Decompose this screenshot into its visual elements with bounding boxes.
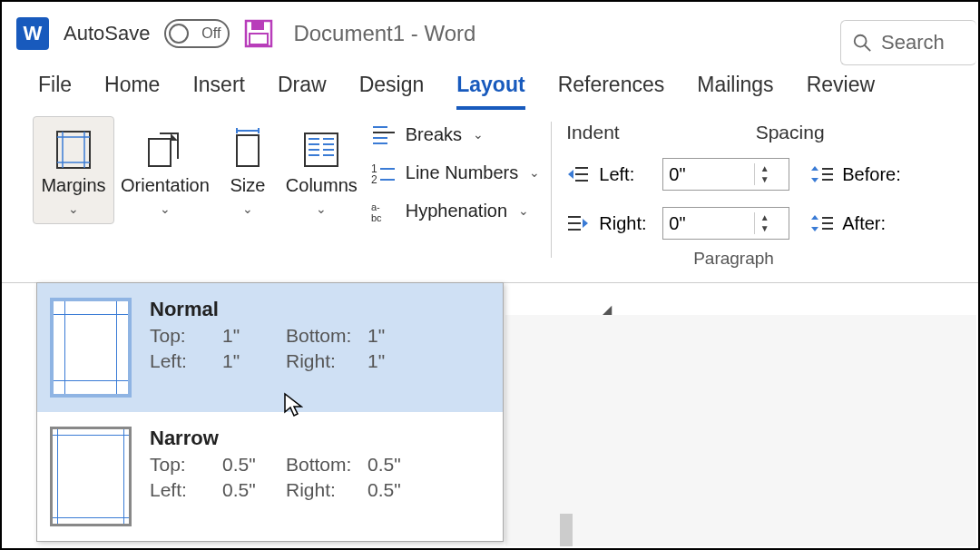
hyphenation-button[interactable]: a-bc Hyphenation ⌄ <box>371 200 541 221</box>
breaks-icon <box>371 123 397 145</box>
autosave-state: Off <box>201 25 220 42</box>
svg-text:bc: bc <box>371 212 382 221</box>
margins-icon <box>52 124 95 175</box>
save-icon[interactable] <box>244 19 273 48</box>
tab-file[interactable]: File <box>38 73 72 110</box>
margin-preset-normal-thumb <box>50 298 132 398</box>
spinner-up-icon[interactable]: ▲ <box>755 163 774 174</box>
margins-button[interactable]: Margins ⌄ <box>33 116 114 224</box>
spacing-after-icon <box>809 213 833 233</box>
tab-layout[interactable]: Layout <box>456 73 524 110</box>
chevron-down-icon: ⌄ <box>316 201 327 216</box>
margin-preset-normal[interactable]: Normal Top: 1" Bottom: 1" Left: 1" Right… <box>37 283 503 412</box>
top-label: Top: <box>150 325 222 347</box>
autosave-toggle[interactable]: Off <box>164 19 230 48</box>
columns-label: Columns <box>286 175 358 196</box>
spacing-after-label: After: <box>842 213 886 234</box>
tab-insert[interactable]: Insert <box>192 73 245 110</box>
word-app-icon: W <box>16 17 49 50</box>
svg-text:a-: a- <box>371 201 380 212</box>
paragraph-group: Indent Spacing Left: ▲▼ Before: Right: ▲… <box>559 116 907 277</box>
svg-line-4 <box>865 45 870 51</box>
spinner-down-icon[interactable]: ▼ <box>755 223 774 234</box>
tab-review[interactable]: Review <box>807 73 875 110</box>
columns-button[interactable]: Columns ⌄ <box>279 116 364 224</box>
document-area[interactable] <box>505 315 976 546</box>
spinner-up-icon[interactable]: ▲ <box>755 212 774 223</box>
paragraph-group-label: Paragraph <box>566 249 900 269</box>
chevron-down-icon: ⌄ <box>242 201 253 216</box>
chevron-down-icon: ⌄ <box>473 127 484 142</box>
search-box[interactable]: Search <box>840 20 976 65</box>
breaks-label: Breaks <box>406 124 462 145</box>
spacing-before-icon <box>809 164 833 184</box>
size-button[interactable]: Size ⌄ <box>216 116 279 224</box>
right-label: Right: <box>286 350 368 372</box>
top-value: 0.5" <box>222 454 286 476</box>
svg-rect-1 <box>251 21 264 30</box>
top-value: 1" <box>222 325 286 347</box>
toggle-knob <box>169 24 189 44</box>
breaks-button[interactable]: Breaks ⌄ <box>371 123 541 145</box>
svg-rect-2 <box>250 34 268 44</box>
line-numbers-label: Line Numbers <box>406 162 519 183</box>
preset-name: Narrow <box>150 427 490 450</box>
line-numbers-button[interactable]: 12 Line Numbers ⌄ <box>371 162 541 183</box>
spacing-before-label: Before: <box>842 164 900 185</box>
bottom-label: Bottom: <box>286 454 368 476</box>
svg-text:2: 2 <box>371 173 377 183</box>
svg-rect-11 <box>237 135 259 166</box>
indent-right-value[interactable] <box>663 211 754 236</box>
orientation-button[interactable]: Orientation ⌄ <box>114 116 216 224</box>
chevron-down-icon: ⌄ <box>529 165 540 180</box>
chevron-down-icon: ⌄ <box>160 201 171 216</box>
columns-icon <box>299 124 343 175</box>
chevron-down-icon: ⌄ <box>518 203 529 218</box>
line-numbers-icon: 12 <box>371 162 397 183</box>
tab-home[interactable]: Home <box>104 73 160 110</box>
autosave-label: AutoSave <box>64 22 150 45</box>
margins-label: Margins <box>41 175 105 196</box>
tab-mailings[interactable]: Mailings <box>697 73 773 110</box>
orientation-icon <box>143 124 187 175</box>
top-label: Top: <box>150 454 222 476</box>
search-placeholder: Search <box>881 31 945 54</box>
ribbon-tabs: File Home Insert Draw Design Layout Refe… <box>2 65 978 111</box>
indent-heading: Indent <box>566 122 619 143</box>
document-title: Document1 - Word <box>293 21 475 46</box>
group-divider <box>551 122 552 258</box>
search-icon <box>852 33 872 53</box>
indent-left-icon <box>566 164 590 184</box>
bottom-label: Bottom: <box>286 325 368 347</box>
svg-rect-10 <box>149 139 171 166</box>
right-label: Right: <box>286 479 368 501</box>
margins-dropdown: Normal Top: 1" Bottom: 1" Left: 1" Right… <box>36 282 504 542</box>
hyphenation-label: Hyphenation <box>406 201 507 221</box>
page-edge <box>560 514 573 546</box>
svg-point-3 <box>855 35 867 47</box>
spinner-down-icon[interactable]: ▼ <box>755 174 774 185</box>
indent-right-label: Right: <box>599 213 653 234</box>
left-value: 0.5" <box>222 479 286 501</box>
indent-left-input[interactable]: ▲▼ <box>662 158 789 191</box>
orientation-label: Orientation <box>121 175 210 196</box>
left-label: Left: <box>150 350 222 372</box>
indent-left-value[interactable] <box>663 162 754 187</box>
ribbon: Margins ⌄ Orientation ⌄ Size ⌄ Columns ⌄ <box>2 111 978 283</box>
margin-preset-narrow-thumb <box>50 427 132 526</box>
tab-design[interactable]: Design <box>359 73 425 110</box>
size-icon <box>226 124 270 175</box>
spacing-heading: Spacing <box>756 122 825 143</box>
hyphenation-icon: a-bc <box>371 200 397 221</box>
left-label: Left: <box>150 479 222 501</box>
bottom-value: 1" <box>368 325 422 347</box>
margin-preset-narrow[interactable]: Narrow Top: 0.5" Bottom: 0.5" Left: 0.5"… <box>37 412 503 541</box>
right-value: 0.5" <box>368 479 422 501</box>
tab-references[interactable]: References <box>558 73 665 110</box>
size-label: Size <box>230 175 265 196</box>
right-value: 1" <box>368 350 422 372</box>
indent-right-input[interactable]: ▲▼ <box>662 207 789 240</box>
mouse-cursor-icon <box>283 392 303 423</box>
bottom-value: 0.5" <box>368 454 422 476</box>
tab-draw[interactable]: Draw <box>278 73 327 110</box>
